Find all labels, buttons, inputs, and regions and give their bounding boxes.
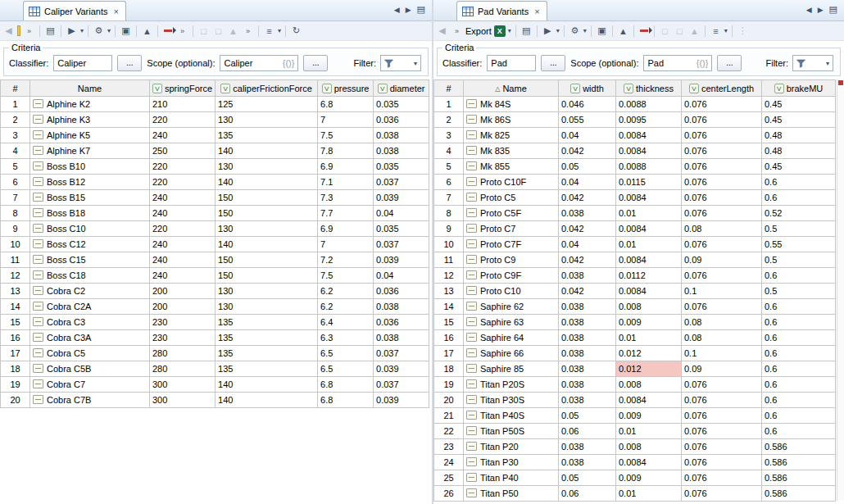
table-row[interactable]: 6Boss B122201407.10.037 bbox=[1, 175, 429, 190]
row-number-cell[interactable]: 9 bbox=[434, 221, 464, 237]
value-cell[interactable]: 7.7 bbox=[318, 206, 374, 221]
table-row[interactable]: 5Mk 8550.050.00880.0760.45 bbox=[434, 159, 836, 175]
instance-name-cell[interactable]: Titan P50 bbox=[464, 486, 559, 502]
value-cell[interactable]: 0.038 bbox=[559, 393, 616, 408]
value-cell[interactable]: 0.586 bbox=[762, 455, 836, 470]
value-cell[interactable]: 0.09 bbox=[682, 252, 762, 268]
row-number-cell[interactable]: 19 bbox=[434, 377, 464, 393]
table-row[interactable]: 20Titan P30S0.0380.00840.0760.6 bbox=[434, 393, 836, 408]
instance-name-cell[interactable]: Saphire 66 bbox=[464, 346, 559, 361]
instance-name-cell[interactable]: Mk 825 bbox=[464, 128, 559, 143]
row-number-cell[interactable]: 25 bbox=[434, 470, 464, 486]
table-row[interactable]: 13Proto C100.0420.00840.10.5 bbox=[434, 284, 836, 299]
table-row[interactable]: 5Boss B102201306.90.035 bbox=[1, 159, 429, 175]
row-number-cell[interactable]: 8 bbox=[434, 206, 464, 221]
disabled-paste-icon[interactable]: □ bbox=[674, 24, 686, 39]
value-cell[interactable]: 220 bbox=[150, 221, 216, 237]
instance-name-cell[interactable]: Cobra C7B bbox=[30, 393, 150, 408]
value-cell[interactable]: 0.076 bbox=[682, 143, 762, 159]
move-up-icon[interactable]: ▲ bbox=[617, 24, 629, 39]
value-cell[interactable]: 210 bbox=[150, 97, 216, 112]
column-header-thickness[interactable]: Vthickness bbox=[616, 80, 682, 97]
instance-name-cell[interactable]: Proto C5F bbox=[464, 206, 559, 221]
value-cell[interactable]: 0.586 bbox=[762, 486, 836, 502]
value-cell[interactable]: 130 bbox=[216, 299, 318, 315]
row-number-cell[interactable]: 15 bbox=[1, 315, 30, 330]
instance-name-cell[interactable]: Saphire 62 bbox=[464, 299, 559, 315]
export-dropdown-icon[interactable]: ▾ bbox=[508, 27, 511, 34]
view-list-icon[interactable]: ≡ bbox=[710, 24, 722, 39]
value-cell[interactable]: 0.076 bbox=[682, 175, 762, 190]
value-cell[interactable]: 0.076 bbox=[682, 424, 762, 439]
row-number-cell[interactable]: 1 bbox=[434, 97, 464, 112]
value-cell[interactable]: 140 bbox=[216, 237, 318, 252]
instance-name-cell[interactable]: Mk 835 bbox=[464, 143, 559, 159]
instance-name-cell[interactable]: Cobra C5B bbox=[30, 361, 150, 377]
value-cell[interactable]: 6.8 bbox=[318, 97, 374, 112]
table-row[interactable]: 23Titan P200.0380.0080.0760.586 bbox=[434, 439, 836, 455]
value-cell[interactable]: 0.076 bbox=[682, 439, 762, 455]
value-cell[interactable]: 0.076 bbox=[682, 393, 762, 408]
instance-name-cell[interactable]: Boss C18 bbox=[30, 268, 150, 284]
value-cell[interactable]: 0.038 bbox=[559, 439, 616, 455]
table-row[interactable]: 7Boss B152401507.30.039 bbox=[1, 190, 429, 206]
value-cell[interactable]: 7.5 bbox=[318, 128, 374, 143]
close-icon[interactable]: × bbox=[534, 7, 539, 16]
remove-row-icon[interactable] bbox=[164, 30, 172, 32]
value-cell[interactable]: 0.076 bbox=[682, 112, 762, 128]
instance-name-cell[interactable]: Saphire 85 bbox=[464, 361, 559, 377]
value-cell[interactable]: 240 bbox=[150, 268, 216, 284]
value-cell[interactable]: 240 bbox=[150, 206, 216, 221]
value-cell[interactable]: 0.0084 bbox=[616, 284, 682, 299]
table-row[interactable]: 8Boss B182401507.70.04 bbox=[1, 206, 429, 221]
value-cell[interactable]: 0.0084 bbox=[616, 128, 682, 143]
column-header-pressure[interactable]: Vpressure bbox=[318, 80, 374, 97]
value-cell[interactable]: 0.042 bbox=[559, 284, 616, 299]
value-cell[interactable]: 0.038 bbox=[559, 455, 616, 470]
table-row[interactable]: 4Alphine K72501407.80.038 bbox=[1, 143, 429, 159]
refresh-icon[interactable]: ↻ bbox=[290, 24, 302, 39]
value-cell[interactable]: 130 bbox=[216, 159, 318, 175]
value-cell[interactable]: 0.038 bbox=[559, 361, 616, 377]
value-cell[interactable]: 7.3 bbox=[318, 190, 374, 206]
value-cell[interactable]: 220 bbox=[150, 175, 216, 190]
column-header-diameter[interactable]: Vdiameter bbox=[374, 80, 429, 97]
run-icon[interactable]: ▶ bbox=[542, 24, 554, 39]
row-number-cell[interactable]: 16 bbox=[434, 330, 464, 346]
value-cell[interactable]: 7.5 bbox=[318, 268, 374, 284]
row-number-cell[interactable]: 15 bbox=[434, 315, 464, 330]
value-cell[interactable]: 240 bbox=[150, 128, 216, 143]
value-cell[interactable]: 6.3 bbox=[318, 330, 374, 346]
prev-tab-icon[interactable]: ◀ bbox=[394, 6, 400, 14]
table-row[interactable]: 1Mk 84S0.0460.00880.0760.45 bbox=[434, 97, 836, 112]
row-number-cell[interactable]: 6 bbox=[1, 175, 30, 190]
instance-name-cell[interactable]: Alphine K3 bbox=[30, 112, 150, 128]
value-cell[interactable]: 150 bbox=[216, 252, 318, 268]
next-tab-icon[interactable]: ▶ bbox=[406, 6, 411, 14]
value-cell[interactable]: 0.039 bbox=[374, 190, 429, 206]
row-number-cell[interactable]: 26 bbox=[434, 486, 464, 502]
value-cell[interactable]: 0.038 bbox=[374, 128, 429, 143]
row-number-cell[interactable]: 24 bbox=[434, 455, 464, 470]
table-row[interactable]: 21Titan P40S0.050.0090.0760.6 bbox=[434, 408, 836, 424]
value-cell[interactable]: 0.037 bbox=[374, 237, 429, 252]
value-cell[interactable]: 0.038 bbox=[559, 268, 616, 284]
containment-tree-icon[interactable]: ▤ bbox=[44, 24, 57, 39]
value-cell[interactable]: 0.076 bbox=[682, 408, 762, 424]
row-number-cell[interactable]: 17 bbox=[1, 346, 30, 361]
value-cell[interactable]: 0.586 bbox=[762, 470, 836, 486]
value-cell[interactable]: 0.076 bbox=[682, 206, 762, 221]
value-cell[interactable]: 125 bbox=[216, 97, 318, 112]
value-cell[interactable]: 240 bbox=[150, 252, 216, 268]
table-row[interactable]: 2Mk 86S0.0550.00950.0760.45 bbox=[434, 112, 836, 128]
value-cell[interactable]: 6.2 bbox=[318, 299, 374, 315]
instance-name-cell[interactable]: Boss C10 bbox=[30, 221, 150, 237]
settings-gear-icon[interactable]: ⚙ bbox=[93, 24, 105, 39]
disabled-copy-icon[interactable]: □ bbox=[659, 24, 671, 39]
row-number-cell[interactable]: 20 bbox=[1, 393, 30, 408]
value-cell[interactable]: 0.6 bbox=[762, 377, 836, 393]
value-cell[interactable]: 0.45 bbox=[762, 159, 836, 175]
instance-name-cell[interactable]: Cobra C5 bbox=[30, 346, 150, 361]
value-cell[interactable]: 0.035 bbox=[374, 221, 429, 237]
value-cell[interactable]: 0.09 bbox=[682, 361, 762, 377]
